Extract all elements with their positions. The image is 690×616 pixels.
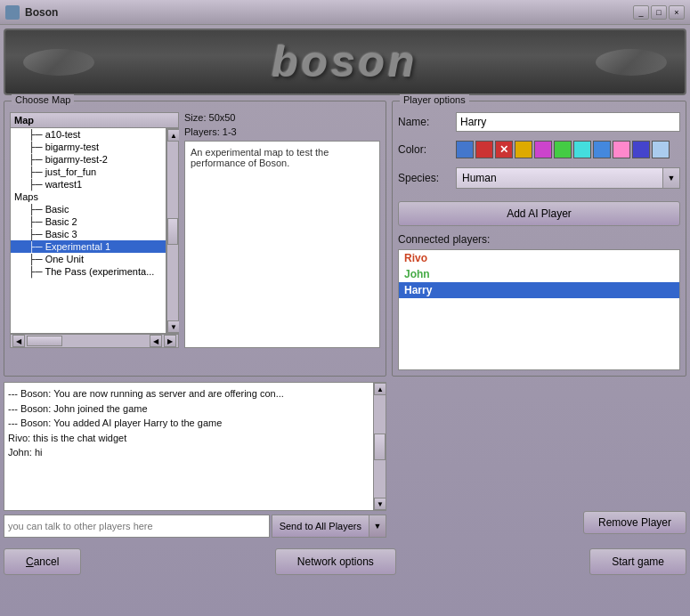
content-area: Choose Map Map ├─ a10-test├─ bigarmy-tes… bbox=[4, 101, 686, 377]
scroll-right-prev[interactable]: ◀ bbox=[150, 335, 162, 347]
color-swatch-green[interactable] bbox=[554, 141, 572, 158]
chat-message: John: hi bbox=[8, 445, 369, 460]
map-info-panel: Size: 50x50 Players: 1-3 An experimental… bbox=[184, 112, 380, 348]
scroll-up-arrow[interactable]: ▲ bbox=[167, 129, 179, 142]
chat-scroll-thumb[interactable] bbox=[374, 434, 386, 460]
map-preview: An experimental map to test the performa… bbox=[184, 141, 380, 348]
color-swatch-pink[interactable] bbox=[613, 141, 630, 158]
choose-map-panel: Choose Map Map ├─ a10-test├─ bigarmy-tes… bbox=[4, 101, 386, 377]
minimize-button[interactable]: _ bbox=[633, 5, 649, 20]
bottom-area: --- Boson: You are now running as server… bbox=[4, 382, 686, 538]
logo-text: boson bbox=[272, 37, 418, 86]
titlebar-buttons: _ □ × bbox=[633, 5, 685, 20]
species-value: Human bbox=[456, 167, 662, 189]
map-tree-item-bigarmy-test[interactable]: ├─ bigarmy-test bbox=[11, 141, 166, 153]
start-game-button[interactable]: Start game bbox=[589, 548, 686, 575]
map-tree-item-basic-2[interactable]: ├─ Basic 2 bbox=[11, 215, 166, 228]
chat-panel: --- Boson: You are now running as server… bbox=[4, 382, 386, 538]
species-label: Species: bbox=[398, 172, 456, 184]
map-tree-container: Map ├─ a10-test├─ bigarmy-test├─ bigarmy… bbox=[10, 112, 179, 348]
name-input[interactable] bbox=[456, 112, 680, 132]
color-swatch-blue2[interactable] bbox=[593, 141, 611, 158]
send-to-all-button[interactable]: Send to All Players bbox=[272, 515, 369, 538]
scroll-right-next[interactable]: ▶ bbox=[164, 335, 176, 347]
map-tree-vscroll[interactable]: ▲ ▼ bbox=[166, 128, 179, 334]
species-select-container: Human ▼ bbox=[456, 167, 680, 189]
map-tree-item-the-pass[interactable]: ├─ The Pass (experimenta... bbox=[11, 265, 166, 278]
name-row: Name: bbox=[398, 112, 680, 132]
color-swatch-cyan[interactable] bbox=[573, 141, 591, 158]
map-size: Size: 50x50 bbox=[184, 112, 380, 123]
scroll-down-arrow[interactable]: ▼ bbox=[167, 320, 179, 333]
color-swatch-purple[interactable] bbox=[534, 141, 552, 158]
color-swatch-lightblue[interactable] bbox=[652, 141, 670, 158]
chat-input[interactable] bbox=[4, 515, 270, 538]
player-options-panel: Player options Name: Color: ✕ Species: H… bbox=[392, 101, 686, 377]
footer-row: Cancel Network options Start game bbox=[4, 545, 686, 579]
main-window: boson Choose Map Map ├─ a10-test├─ bigar… bbox=[0, 25, 690, 616]
color-swatch-red[interactable] bbox=[475, 141, 493, 158]
map-tree-item-basic[interactable]: ├─ Basic bbox=[11, 203, 166, 215]
map-tree-item-basic-3[interactable]: ├─ Basic 3 bbox=[11, 228, 166, 240]
add-ai-button[interactable]: Add AI Player bbox=[398, 201, 680, 226]
scroll-left-arrow[interactable]: ◀ bbox=[12, 335, 25, 347]
chat-message: --- Boson: You added AI player Harry to … bbox=[8, 416, 369, 431]
close-button[interactable]: × bbox=[669, 5, 685, 20]
map-tree-hscroll[interactable]: ◀ ◀ ▶ bbox=[10, 334, 179, 348]
scroll-thumb[interactable] bbox=[167, 218, 178, 245]
connected-players-label: Connected players: bbox=[398, 233, 680, 246]
chat-scroll-down[interactable]: ▼ bbox=[374, 498, 386, 510]
logo-shape-left bbox=[23, 49, 94, 76]
map-tree-item-a10-test[interactable]: ├─ a10-test bbox=[11, 128, 166, 141]
titlebar: Boson _ □ × bbox=[0, 0, 690, 25]
name-label: Name: bbox=[398, 116, 456, 128]
map-tree-item-bigarmy-test-2[interactable]: ├─ bigarmy-test-2 bbox=[11, 153, 166, 166]
app-icon bbox=[5, 5, 20, 20]
choose-map-label: Choose Map bbox=[12, 94, 74, 105]
map-players: Players: 1-3 bbox=[184, 126, 380, 137]
color-label: Color: bbox=[398, 143, 456, 156]
players-list[interactable]: RivoJohnHarry bbox=[398, 249, 680, 370]
map-tree-item-wartest1[interactable]: ├─ wartest1 bbox=[11, 178, 166, 190]
right-bottom-area: Remove Player bbox=[392, 382, 686, 538]
map-tree-header: Map bbox=[10, 112, 179, 128]
player-item-rivo[interactable]: Rivo bbox=[399, 250, 679, 266]
send-btn-container: Send to All Players ▼ bbox=[272, 515, 386, 538]
map-tree-item-just_for_fun[interactable]: ├─ just_for_fun bbox=[11, 166, 166, 178]
h-scroll-thumb[interactable] bbox=[27, 336, 62, 346]
maximize-button[interactable]: □ bbox=[651, 5, 667, 20]
map-tree-item-one-unit[interactable]: ├─ One Unit bbox=[11, 253, 166, 265]
remove-player-button[interactable]: Remove Player bbox=[583, 511, 686, 534]
map-description: An experimental map to test the performa… bbox=[191, 147, 329, 168]
logo-shape-right bbox=[596, 49, 667, 76]
color-swatch-yellow[interactable] bbox=[515, 141, 532, 158]
logo-area: boson bbox=[4, 28, 686, 95]
player-item-john[interactable]: John bbox=[399, 266, 679, 282]
species-row: Species: Human ▼ bbox=[398, 167, 680, 189]
map-tree[interactable]: ├─ a10-test├─ bigarmy-test├─ bigarmy-tes… bbox=[10, 128, 166, 334]
chat-message: Rivo: this is the chat widget bbox=[8, 431, 369, 446]
cancel-label: Cancel bbox=[26, 555, 59, 568]
cancel-button[interactable]: Cancel bbox=[4, 548, 81, 575]
player-item-harry[interactable]: Harry bbox=[399, 282, 679, 298]
chat-input-row: Send to All Players ▼ bbox=[4, 515, 386, 538]
network-options-button[interactable]: Network options bbox=[275, 548, 396, 575]
map-tree-item-experimental-1[interactable]: ├─ Experimental 1 bbox=[11, 240, 166, 253]
send-dropdown-button[interactable]: ▼ bbox=[369, 515, 386, 538]
color-swatch-blue[interactable] bbox=[456, 141, 474, 158]
chat-scroll-up[interactable]: ▲ bbox=[374, 383, 386, 395]
color-row: Color: ✕ bbox=[398, 141, 680, 158]
chat-message: --- Boson: You are now running as server… bbox=[8, 386, 369, 401]
color-swatch-x[interactable]: ✕ bbox=[495, 141, 513, 158]
color-swatch-navy[interactable] bbox=[632, 141, 650, 158]
color-swatches: ✕ bbox=[456, 141, 670, 158]
species-dropdown-btn[interactable]: ▼ bbox=[662, 167, 680, 189]
chat-vscroll[interactable]: ▲ ▼ bbox=[374, 382, 386, 511]
chat-log: --- Boson: You are now running as server… bbox=[4, 382, 374, 511]
window-title: Boson bbox=[25, 6, 633, 19]
chat-message: --- Boson: John joined the game bbox=[8, 401, 369, 417]
player-options-label: Player options bbox=[400, 94, 469, 105]
map-tree-item-maps[interactable]: Maps bbox=[11, 190, 166, 203]
